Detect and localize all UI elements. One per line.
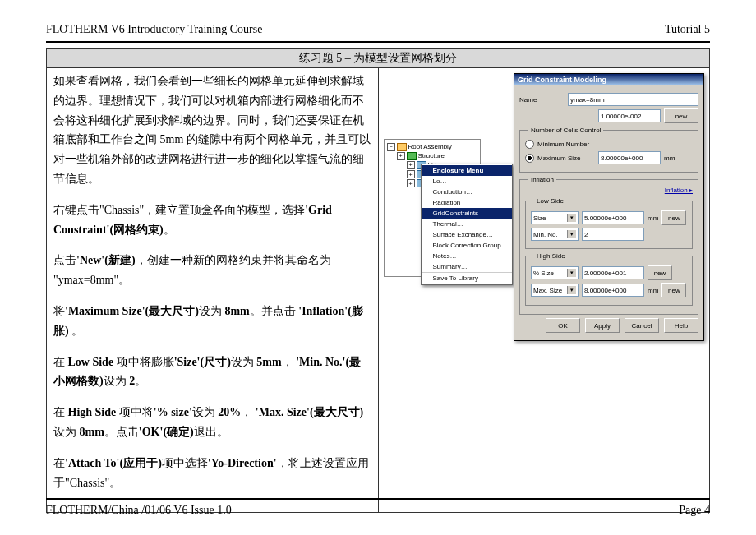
- high-new-button[interactable]: new: [648, 265, 672, 280]
- unit-label: mm: [648, 287, 658, 294]
- num-cells-legend: Number of Cells Control: [528, 127, 603, 134]
- menu-item-surface[interactable]: Surface Exchange…: [422, 229, 512, 240]
- header-right: Tutorial 5: [665, 23, 710, 36]
- inflation-legend: Inflation: [528, 176, 556, 183]
- unit-label: mm: [648, 214, 658, 222]
- para-3: 点击'New'(新建)，创建一种新的网格约束并将其命名为 "ymax=8mm"。: [53, 251, 371, 290]
- low-minno-dropdown[interactable]: Min. No.▾: [531, 228, 579, 241]
- para-6: 在 High Side 项中将'% size'设为 20%， 'Max. Siz…: [53, 403, 371, 442]
- menu-item-save[interactable]: Save To Library: [422, 272, 512, 284]
- inflation-link[interactable]: Inflation ▸: [525, 187, 693, 194]
- low-size-field[interactable]: 5.00000e+000: [582, 211, 644, 224]
- menu-item-thermal[interactable]: Thermal…: [422, 219, 512, 229]
- high-new-button-2[interactable]: new: [662, 283, 686, 297]
- para-7: 在'Attach To'(应用于)项中选择'Yo-Direction'，将上述设…: [53, 454, 371, 493]
- high-psize-dropdown[interactable]: % Size▾: [531, 266, 579, 279]
- menu-item-notes[interactable]: Notes…: [422, 251, 512, 261]
- expand-icon[interactable]: +: [407, 179, 415, 187]
- header-left: FLOTHERM V6 Introductory Training Course: [46, 23, 262, 36]
- menu-item-location[interactable]: Lo…: [422, 176, 512, 187]
- new-button[interactable]: new: [664, 108, 698, 123]
- tree-root[interactable]: Root Assembly: [408, 142, 452, 151]
- high-side-fieldset: High Side % Size▾ 2.00000e+001 new Max. …: [525, 252, 693, 306]
- menu-item-conduction[interactable]: Conduction…: [422, 187, 512, 197]
- num-cells-fieldset: Number of Cells Control Minimum Number M…: [519, 127, 698, 173]
- unit-label: mm: [664, 155, 675, 162]
- top-rule: [46, 41, 710, 43]
- ok-button[interactable]: OK: [546, 318, 580, 333]
- cube-icon: [407, 152, 417, 160]
- low-side-fieldset: Low Side Size▾ 5.00000e+000 mm new Min. …: [525, 197, 693, 249]
- high-psize-field[interactable]: 2.00000e+001: [582, 266, 644, 279]
- low-side-legend: Low Side: [534, 197, 566, 205]
- exercise-title: 练习题 5 – 为模型设置网格划分: [47, 49, 710, 68]
- radio-min-number[interactable]: [525, 140, 534, 149]
- para-5: 在 Low Side 项中将膨胀'Size'(尺寸)设为 5mm， 'Min. …: [53, 353, 371, 392]
- dialog-title: Grid Constraint Modeling: [514, 74, 703, 85]
- chevron-down-icon: ▾: [567, 230, 576, 238]
- max-size-label: Maximum Size: [537, 155, 595, 162]
- folder-icon: [397, 143, 407, 151]
- low-size-dropdown[interactable]: Size▾: [531, 211, 579, 224]
- chevron-down-icon: ▾: [567, 286, 576, 294]
- high-side-legend: High Side: [534, 252, 568, 260]
- screenshot-mock: −Root Assembly +Structure +Lid +Lo… +Rad…: [384, 73, 705, 287]
- menu-title: Enclosure Menu: [422, 165, 512, 176]
- high-maxsize-dropdown[interactable]: Max. Size▾: [531, 284, 579, 297]
- para-1: 如果查看网格，我们会看到一些细长的网格单元延伸到求解域的边界。理想情况下，我们可…: [53, 71, 371, 189]
- apply-button[interactable]: Apply: [585, 318, 620, 333]
- tree-structure[interactable]: Structure: [418, 151, 445, 160]
- name-label: Name: [519, 96, 565, 104]
- name-field[interactable]: ymax=8mm: [568, 93, 698, 106]
- low-new-button[interactable]: new: [662, 210, 686, 225]
- para-4: 将'Maximum Size'(最大尺寸)设为 8mm。并点击 'Inflati…: [53, 302, 371, 341]
- screenshot-cell: −Root Assembly +Structure +Lid +Lo… +Rad…: [378, 68, 710, 513]
- high-maxsize-field[interactable]: 8.00000e+000: [582, 284, 644, 297]
- radio-max-size[interactable]: [525, 154, 534, 163]
- menu-item-gridconstraints[interactable]: GridConstraints: [422, 208, 512, 219]
- cancel-button[interactable]: Cancel: [625, 318, 659, 333]
- low-minno-field[interactable]: 2: [582, 228, 644, 241]
- menu-item-radiation[interactable]: Radiation: [422, 197, 512, 208]
- value-field[interactable]: 1.00000e-002: [598, 109, 661, 122]
- footer-right: Page 4: [679, 504, 710, 517]
- expand-icon[interactable]: +: [397, 152, 405, 160]
- bottom-rule: [46, 498, 710, 500]
- content-table: 练习题 5 – 为模型设置网格划分 如果查看网格，我们会看到一些细长的网格单元延…: [46, 48, 710, 513]
- para-2: 右键点击"Chassis"，建立置顶盒各面的模型，选择'Grid Constra…: [53, 201, 371, 240]
- help-button[interactable]: Help: [664, 318, 698, 333]
- page-footer: FLOTHERM/China /01/06 V6 Issue 1.0 Page …: [46, 492, 710, 517]
- chevron-down-icon: ▾: [567, 214, 576, 222]
- inflation-fieldset: Inflation Inflation ▸ Low Side Size▾ 5.0…: [519, 176, 698, 315]
- max-size-field[interactable]: 8.00000e+000: [598, 151, 661, 164]
- instructions-cell: 如果查看网格，我们会看到一些细长的网格单元延伸到求解域的边界。理想情况下，我们可…: [47, 68, 379, 513]
- menu-item-summary[interactable]: Summary…: [422, 261, 512, 272]
- expand-icon[interactable]: +: [407, 170, 415, 178]
- footer-left: FLOTHERM/China /01/06 V6 Issue 1.0: [46, 504, 232, 517]
- expand-icon[interactable]: −: [387, 143, 395, 151]
- chevron-down-icon: ▾: [567, 269, 576, 277]
- expand-icon[interactable]: +: [407, 161, 415, 169]
- context-menu: Enclosure Menu Lo… Conduction… Radiation…: [421, 164, 513, 285]
- grid-constraint-dialog: Grid Constraint Modeling Name ymax=8mm 1…: [514, 73, 704, 341]
- menu-item-block[interactable]: Block Correction Group…: [422, 240, 512, 251]
- min-number-label: Minimum Number: [537, 141, 589, 148]
